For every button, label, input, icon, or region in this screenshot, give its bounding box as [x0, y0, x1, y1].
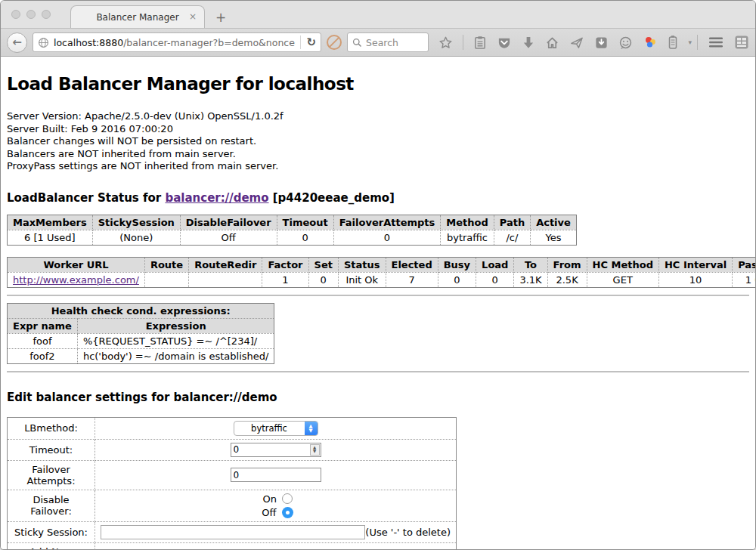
send-tab-icon[interactable]	[569, 36, 584, 50]
search-icon	[352, 38, 362, 48]
reading-list-icon[interactable]	[473, 36, 487, 50]
table-header-row: Expr name Expression	[8, 318, 274, 333]
table-title-row: Health check cond. expressions:	[8, 303, 274, 318]
browser-window: Balancer Manager × + ← localhost:8880/ba…	[0, 0, 756, 550]
toolbar-separator	[463, 35, 463, 50]
minimize-window-button[interactable]	[26, 10, 36, 19]
search-bar[interactable]: Search	[347, 32, 429, 52]
zoom-window-button[interactable]	[42, 10, 51, 19]
proxypass-notice: ProxyPass settings are NOT inherited fro…	[7, 160, 749, 173]
table-row: foof %{REQUEST_STATUS} =~ /^[234]/	[8, 333, 274, 348]
close-window-button[interactable]	[11, 10, 20, 19]
window-controls[interactable]	[11, 10, 51, 19]
timeout-input[interactable]	[231, 443, 321, 457]
url-bar[interactable]: localhost:8880/balancer-manager?b=demo&n…	[33, 32, 321, 52]
add-worker-row: Add New Worker: Are you sure?	[8, 542, 457, 549]
lbmethod-select[interactable]: bytraffic ▲▼	[234, 421, 318, 436]
server-version: Server Version: Apache/2.5.0-dev (Unix) …	[7, 110, 749, 123]
select-stepper-icon: ▲▼	[305, 421, 318, 436]
sticky-session-label: Sticky Session:	[8, 521, 95, 542]
tab-title: Balancer Manager	[96, 12, 178, 23]
table-row: 6 [1 Used] (None) Off 0 0 bytraffic /c/ …	[8, 230, 577, 245]
disable-failover-label: Disable Failover:	[8, 490, 95, 521]
close-tab-icon[interactable]: ×	[189, 11, 197, 22]
downloads-icon[interactable]	[522, 36, 535, 50]
toolbar-right-group	[697, 35, 749, 50]
table-header-row: MaxMembers StickySession DisableFailover…	[8, 215, 577, 230]
status-heading: LoadBalancer Status for balancer://demo …	[7, 191, 749, 205]
pocket-icon[interactable]	[497, 36, 512, 50]
radio-off-label: Off	[259, 507, 277, 518]
server-info: Server Version: Apache/2.5.0-dev (Unix) …	[7, 110, 749, 173]
search-placeholder: Search	[366, 37, 398, 48]
table-row: foof2 hc('body') =~ /domain is establish…	[8, 348, 274, 363]
back-button[interactable]: ←	[7, 32, 27, 53]
balancer-status-table: MaxMembers StickySession DisableFailover…	[7, 215, 577, 246]
home-icon[interactable]	[545, 36, 559, 50]
battery-extension-icon[interactable]	[668, 35, 678, 50]
divider	[7, 371, 749, 372]
bookmark-star-icon[interactable]	[438, 36, 453, 50]
page-content: Load Balancer Manager for localhost Serv…	[1, 57, 755, 549]
content-blocked-icon[interactable]	[327, 35, 342, 50]
edit-settings-heading: Edit balancer settings for balancer://de…	[7, 391, 749, 404]
toolbar-icons: ▾	[438, 35, 692, 50]
url-text[interactable]: localhost:8880/balancer-manager?b=demo&n…	[54, 37, 296, 48]
divider	[7, 295, 749, 296]
failover-attempts-label: Failover Attempts:	[8, 460, 95, 490]
disable-failover-on-radio[interactable]	[282, 493, 293, 504]
lbmethod-label: LBmethod:	[8, 417, 95, 439]
inherit-notice: Balancers are NOT inherited from main se…	[7, 148, 749, 161]
grid-extension-icon[interactable]	[734, 35, 749, 50]
sticky-session-hint: (Use '-' to delete)	[365, 527, 452, 538]
failover-attempts-input[interactable]	[231, 468, 321, 482]
edit-settings-form: LBmethod: bytraffic ▲▼ Timeout: ▲▼	[7, 417, 457, 550]
sticky-session-row: Sticky Session: (Use '-' to delete)	[8, 521, 457, 542]
globe-icon	[38, 37, 49, 48]
feedback-smiley-icon[interactable]	[618, 36, 633, 50]
lbmethod-row: LBmethod: bytraffic ▲▼	[8, 417, 457, 439]
timeout-label: Timeout:	[8, 439, 95, 460]
add-worker-label: Add New Worker:	[8, 542, 95, 549]
disable-failover-off-radio[interactable]	[282, 507, 293, 518]
reload-icon[interactable]: ↻	[300, 36, 316, 49]
balancer-link[interactable]: balancer://demo	[165, 191, 268, 205]
tab-balancer-manager[interactable]: Balancer Manager ×	[70, 5, 205, 28]
worker-table: Worker URL Route RouteRedir Factor Set S…	[7, 257, 755, 288]
failover-attempts-row: Failover Attempts:	[8, 460, 457, 490]
toolbar-separator	[697, 35, 698, 50]
number-stepper-icon[interactable]: ▲▼	[310, 444, 320, 456]
table-row: http://www.example.com/ 1 0 Init Ok 7 0 …	[8, 272, 756, 287]
new-tab-button[interactable]: +	[215, 10, 226, 25]
persist-notice: Balancer changes will NOT be persisted o…	[7, 135, 749, 148]
navigation-toolbar: ← localhost:8880/balancer-manager?b=demo…	[1, 28, 755, 57]
color-picker-extension-icon[interactable]	[643, 35, 658, 50]
table-header-row: Worker URL Route RouteRedir Factor Set S…	[8, 257, 756, 272]
menu-hamburger-icon[interactable]	[708, 36, 723, 48]
disable-failover-row: Disable Failover: On Off	[8, 490, 457, 521]
page-title: Load Balancer Manager for localhost	[7, 74, 749, 94]
chevron-down-icon[interactable]: ▾	[688, 39, 692, 46]
timeout-row: Timeout: ▲▼	[8, 439, 457, 460]
health-check-table: Health check cond. expressions: Expr nam…	[7, 303, 274, 364]
tab-bar: Balancer Manager × +	[1, 1, 755, 28]
save-page-icon[interactable]	[594, 36, 609, 50]
worker-url-link[interactable]: http://www.example.com/	[13, 274, 139, 286]
radio-on-label: On	[259, 493, 277, 505]
sticky-session-input[interactable]	[101, 525, 365, 539]
server-built: Server Built: Feb 9 2016 07:00:20	[7, 123, 749, 136]
